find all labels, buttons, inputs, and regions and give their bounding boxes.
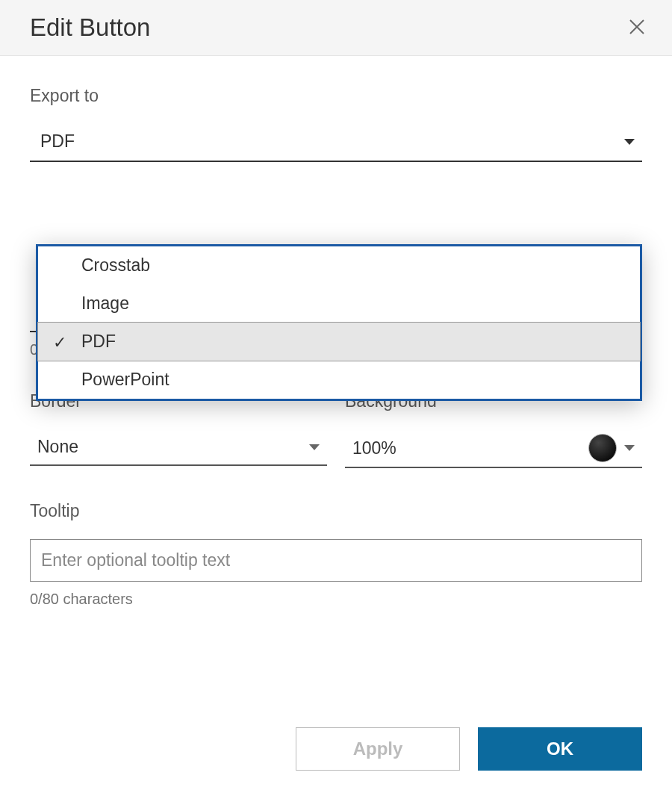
background-value: 100% (352, 438, 581, 458)
apply-button[interactable]: Apply (296, 727, 460, 771)
dialog-title: Edit Button (30, 13, 150, 42)
tooltip-helper-text: 0/80 characters (30, 591, 642, 608)
chevron-down-icon (309, 444, 320, 450)
dropdown-option-powerpoint[interactable]: PowerPoint (38, 361, 640, 399)
dropdown-option-image[interactable]: Image (38, 284, 640, 323)
chevron-down-icon (624, 139, 635, 145)
dropdown-option-label: Image (81, 293, 129, 313)
export-to-select[interactable]: PDF (30, 124, 642, 162)
dropdown-option-pdf[interactable]: ✓ PDF (37, 322, 641, 361)
close-icon[interactable] (624, 16, 650, 39)
edit-button-dialog: Edit Button Export to PDF Crosstab Image… (0, 0, 672, 793)
border-select[interactable]: None (30, 429, 327, 466)
dropdown-option-label: Crosstab (81, 255, 150, 275)
tooltip-input[interactable] (30, 539, 642, 582)
dropdown-option-label: PowerPoint (81, 370, 169, 389)
chevron-down-icon (624, 445, 635, 451)
export-to-dropdown: Crosstab Image ✓ PDF PowerPoint (36, 244, 642, 401)
check-icon: ✓ (53, 333, 66, 352)
color-swatch-icon[interactable] (588, 434, 617, 462)
export-to-label: Export to (30, 86, 642, 106)
dialog-content: Export to PDF Crosstab Image ✓ PDF Power… (0, 56, 672, 718)
border-field: Border None (30, 391, 327, 468)
dropdown-option-crosstab[interactable]: Crosstab (38, 246, 640, 284)
dropdown-option-label: PDF (81, 332, 116, 351)
dialog-header: Edit Button (0, 0, 672, 56)
tooltip-field: Tooltip 0/80 characters (30, 501, 642, 608)
ok-button[interactable]: OK (478, 727, 642, 771)
background-select[interactable]: 100% (345, 429, 642, 468)
tooltip-label: Tooltip (30, 501, 642, 521)
export-to-value: PDF (40, 131, 624, 152)
dialog-footer: Apply OK (0, 718, 672, 793)
background-field: Background 100% (345, 391, 642, 468)
border-value: None (37, 437, 309, 457)
